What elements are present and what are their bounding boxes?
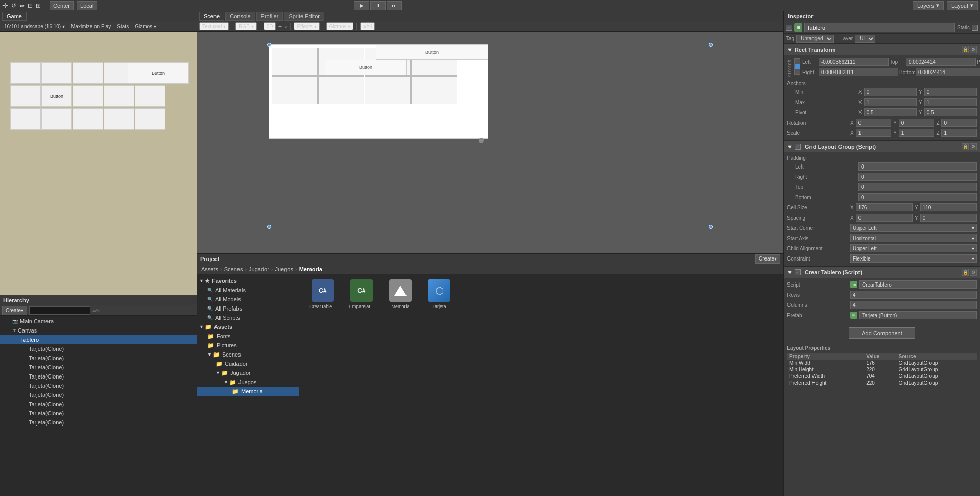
object-name-input[interactable] — [804, 23, 955, 32]
hierarchy-item-tarjeta-4[interactable]: Tarjeta(Clone) — [0, 372, 197, 381]
tree-assets[interactable]: ▼ 📁 Assets — [197, 322, 299, 332]
spacing-y-input[interactable] — [920, 214, 977, 222]
hierarchy-item-tarjeta-8[interactable]: Tarjeta(Clone) — [0, 409, 197, 418]
move-tool-icon[interactable]: ✛ — [2, 2, 8, 10]
hierarchy-item-tarjeta-9[interactable]: Tarjeta(Clone) — [0, 418, 197, 427]
static-checkbox[interactable] — [972, 25, 978, 31]
scale-z-input[interactable] — [941, 129, 977, 137]
hierarchy-item-main-camera[interactable]: 📷 Main Camera — [0, 317, 197, 326]
min-y-input[interactable] — [924, 88, 977, 96]
hierarchy-item-tablero[interactable]: Tablero — [0, 335, 197, 344]
hierarchy-item-tarjeta-3[interactable]: Tarjeta(Clone) — [0, 363, 197, 372]
scale-y-input[interactable] — [899, 129, 935, 137]
jugador-breadcrumb[interactable]: Jugador — [249, 266, 269, 272]
layers-dropdown[interactable]: Layers ▾ — [913, 1, 944, 10]
gizmos-game-dropdown[interactable]: Gizmos ▾ — [133, 23, 158, 29]
pivot-y-input[interactable] — [924, 108, 977, 116]
asset-item-crear[interactable]: C# CrearTable... — [307, 278, 338, 309]
transform-tool-icon[interactable]: ⊞ — [36, 2, 41, 9]
2d-toggle[interactable]: 2D — [264, 22, 276, 30]
tab-sprite-editor[interactable]: Sprite Editor — [284, 12, 324, 21]
grid-layout-header[interactable]: ▼ Grid Layout Group (Script) 🔒 ⚙ — [784, 141, 980, 152]
tree-scenes[interactable]: ▼ 📁 Scenes — [197, 350, 299, 359]
start-corner-dropdown[interactable]: Upper Left ▾ — [850, 224, 977, 232]
tree-all-materials[interactable]: 🔍 All Materials — [197, 286, 299, 295]
left-value-input[interactable] — [819, 58, 889, 66]
start-axis-dropdown[interactable]: Horizontal ▾ — [850, 234, 977, 242]
max-y-input[interactable] — [924, 98, 977, 106]
resolution-dropdown[interactable]: 16:10 Landscape (16:10) ▾ — [2, 23, 67, 29]
hierarchy-item-tarjeta-1[interactable]: Tarjeta(Clone) — [0, 344, 197, 353]
prefab-value-input[interactable] — [859, 311, 977, 319]
hierarchy-item-canvas[interactable]: ▼ Canvas — [0, 326, 197, 335]
pivot-x-input[interactable] — [864, 108, 917, 116]
child-align-dropdown[interactable]: Upper Left ▾ — [850, 244, 977, 252]
scenes-breadcrumb[interactable]: Scenes — [224, 266, 243, 272]
crear-tablero-enabled-checkbox[interactable] — [795, 269, 801, 275]
rows-input[interactable] — [850, 291, 977, 299]
script-value-input[interactable] — [859, 280, 977, 289]
hierarchy-content[interactable]: 📷 Main Camera ▼ Canvas Tablero — [0, 316, 197, 496]
max-x-input[interactable] — [864, 98, 917, 106]
tree-memoria[interactable]: 📁 Memoria — [197, 387, 299, 396]
play-button[interactable]: ▶ — [354, 1, 369, 10]
hierarchy-item-tarjeta-6[interactable]: Tarjeta(Clone) — [0, 390, 197, 399]
add-component-button[interactable]: Add Component — [849, 327, 915, 339]
tab-console[interactable]: Console — [225, 12, 255, 21]
top-value-input[interactable] — [906, 58, 976, 66]
assets-breadcrumb[interactable]: Assets — [201, 266, 218, 272]
rotate-tool-icon[interactable]: ↺ — [11, 2, 16, 9]
hierarchy-item-tarjeta-2[interactable]: Tarjeta(Clone) — [0, 353, 197, 363]
grid-settings-button[interactable]: ⚙ — [970, 143, 977, 150]
hierarchy-item-tarjeta-7[interactable]: Tarjeta(Clone) — [0, 399, 197, 409]
rt-lock-button[interactable]: 🔒 — [962, 46, 969, 53]
anchor-preset-widget[interactable] — [794, 58, 800, 75]
tree-all-prefabs[interactable]: 🔍 All Prefabs — [197, 304, 299, 313]
project-create-button[interactable]: Create ▾ — [755, 254, 780, 264]
rgb-dropdown[interactable]: RGB ▾ — [235, 22, 256, 30]
constraint-dropdown[interactable]: Flexible ▾ — [850, 254, 977, 263]
bottom-value-input[interactable] — [916, 68, 980, 76]
scene-handle-bl[interactable] — [267, 225, 271, 229]
layout-dropdown[interactable]: Layout ▾ — [947, 1, 978, 10]
asset-item-emparej[interactable]: C# Emparejat... — [346, 278, 377, 309]
scene-handle-br[interactable] — [709, 225, 713, 229]
grid-lock-button[interactable]: 🔒 — [962, 143, 969, 150]
asset-item-tarjeta[interactable]: ⬡ Tarjeta — [424, 278, 455, 309]
stats-button[interactable]: Stats — [115, 23, 131, 29]
scene-handle-tr[interactable] — [709, 43, 713, 47]
memoria-breadcrumb[interactable]: Memoria — [299, 266, 322, 272]
tree-pictures[interactable]: 📁 Pictures — [197, 341, 299, 350]
tag-dropdown[interactable]: Untagged — [796, 35, 834, 43]
textured-dropdown[interactable]: Textured ▾ — [199, 22, 229, 30]
tree-fonts[interactable]: 📁 Fonts — [197, 332, 299, 341]
min-x-input[interactable] — [864, 88, 917, 96]
scene-handle-tl[interactable] — [267, 43, 271, 47]
rot-z-input[interactable] — [941, 119, 977, 127]
padding-left-input[interactable] — [858, 162, 977, 171]
spacing-x-input[interactable] — [856, 214, 913, 222]
padding-right-input[interactable] — [858, 173, 977, 181]
transform-local-button[interactable]: Local — [77, 1, 97, 10]
effects-dropdown[interactable]: Effects ▾ — [294, 22, 319, 30]
rot-y-input[interactable] — [899, 119, 935, 127]
tree-jugador[interactable]: ▼ 📁 Jugador — [197, 368, 299, 377]
hierarchy-item-tarjeta-5[interactable]: Tarjeta(Clone) — [0, 381, 197, 390]
pivot-center-button[interactable]: Center — [50, 1, 74, 10]
rot-x-input[interactable] — [856, 119, 892, 127]
cell-y-input[interactable] — [920, 203, 977, 211]
juegos-breadcrumb[interactable]: Juegos — [275, 266, 293, 272]
scale-tool-icon[interactable]: ⇔ — [19, 2, 25, 9]
columns-input[interactable] — [850, 301, 977, 309]
crear-settings-button[interactable]: ⚙ — [970, 269, 977, 276]
rt-settings-button[interactable]: ⚙ — [970, 46, 977, 53]
tree-juegos[interactable]: ▼ 📁 Juegos — [197, 377, 299, 387]
crear-tablero-header[interactable]: ▼ Crear Tablero (Script) 🔒 ⚙ — [784, 267, 980, 278]
tree-cuidador[interactable]: 📁 Cuidador — [197, 359, 299, 368]
step-button[interactable]: ⏭ — [387, 1, 402, 10]
active-checkbox[interactable] — [786, 25, 792, 31]
crear-lock-button[interactable]: 🔒 — [962, 269, 969, 276]
cell-x-input[interactable] — [856, 203, 913, 211]
padding-bottom-input[interactable] — [858, 193, 977, 201]
scale-x-input[interactable] — [856, 129, 892, 137]
